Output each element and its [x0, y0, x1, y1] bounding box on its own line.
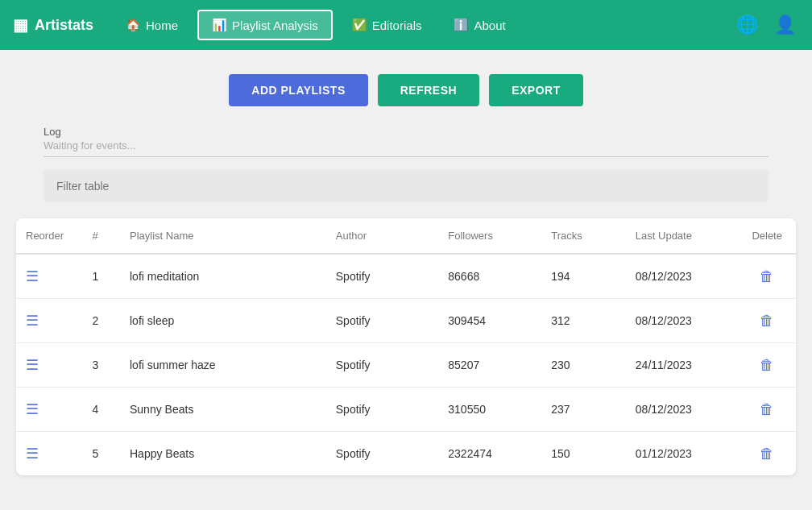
col-header-name: Playlist Name — [120, 218, 326, 254]
table-row: ☰ 5 Happy Beats Spotify 2322474 150 01/1… — [16, 432, 796, 476]
playlist-table: Reorder # Playlist Name Author Followers… — [16, 218, 796, 475]
export-button[interactable]: EXPORT — [489, 74, 583, 106]
nav-playlist-label: Playlist Analysis — [232, 19, 318, 32]
delete-button[interactable]: 🗑 — [760, 401, 774, 417]
log-label: Log — [44, 126, 768, 138]
row-last-update: 01/12/2023 — [626, 432, 739, 476]
row-author: Spotify — [326, 343, 439, 388]
main-content: ADD PLAYLISTS REFRESH EXPORT Log Waiting… — [0, 50, 812, 491]
reorder-handle[interactable]: ☰ — [26, 357, 39, 373]
table-row: ☰ 3 lofi summer haze Spotify 85207 230 2… — [16, 343, 796, 388]
row-tracks: 150 — [541, 432, 626, 476]
row-author: Spotify — [326, 432, 439, 476]
reorder-handle[interactable]: ☰ — [26, 446, 39, 462]
about-icon: ℹ️ — [454, 18, 469, 32]
brand: ▦ Artistats — [13, 15, 93, 35]
brand-icon: ▦ — [13, 15, 28, 35]
row-playlist-name: Happy Beats — [120, 432, 326, 476]
row-last-update: 08/12/2023 — [626, 388, 739, 432]
row-last-update: 08/12/2023 — [626, 299, 739, 343]
row-tracks: 312 — [541, 299, 626, 343]
filter-input[interactable] — [44, 170, 768, 202]
col-header-last-update: Last Update — [626, 218, 739, 254]
row-num: 5 — [83, 432, 121, 476]
row-playlist-name: lofi summer haze — [120, 343, 326, 388]
row-num: 4 — [83, 388, 121, 432]
col-header-delete: Delete — [738, 218, 796, 254]
col-header-reorder: Reorder — [16, 218, 83, 254]
reorder-handle[interactable]: ☰ — [26, 401, 39, 417]
nav-about[interactable]: ℹ️ About — [441, 11, 518, 39]
refresh-button[interactable]: REFRESH — [378, 74, 479, 106]
col-header-followers: Followers — [438, 218, 541, 254]
row-tracks: 230 — [541, 343, 626, 388]
row-num: 1 — [83, 254, 121, 299]
playlist-table-card: Reorder # Playlist Name Author Followers… — [16, 218, 796, 475]
nav-home[interactable]: 🏠 Home — [113, 11, 191, 39]
table-row: ☰ 1 lofi meditation Spotify 86668 194 08… — [16, 254, 796, 299]
delete-button[interactable]: 🗑 — [760, 313, 774, 329]
row-author: Spotify — [326, 388, 439, 432]
editorials-icon: ✅ — [352, 18, 367, 32]
toolbar: ADD PLAYLISTS REFRESH EXPORT — [16, 74, 796, 106]
row-num: 2 — [83, 299, 121, 343]
nav-about-label: About — [474, 19, 505, 32]
navbar-right: 🌐 👤 — [733, 11, 799, 39]
add-playlists-button[interactable]: ADD PLAYLISTS — [229, 74, 367, 106]
col-header-tracks: Tracks — [541, 218, 626, 254]
row-last-update: 24/11/2023 — [626, 343, 739, 388]
nav-home-label: Home — [146, 19, 178, 32]
col-header-author: Author — [326, 218, 439, 254]
delete-button[interactable]: 🗑 — [760, 357, 774, 373]
row-tracks: 237 — [541, 388, 626, 432]
table-row: ☰ 2 lofi sleep Spotify 309454 312 08/12/… — [16, 299, 796, 343]
nav-playlist-analysis[interactable]: 📊 Playlist Analysis — [197, 10, 333, 40]
playlist-icon: 📊 — [212, 18, 227, 32]
row-followers: 310550 — [438, 388, 541, 432]
row-tracks: 194 — [541, 254, 626, 299]
row-last-update: 08/12/2023 — [626, 254, 739, 299]
row-playlist-name: Sunny Beats — [120, 388, 326, 432]
row-author: Spotify — [326, 254, 439, 299]
col-header-num: # — [83, 218, 121, 254]
globe-icon[interactable]: 🌐 — [733, 11, 761, 39]
row-playlist-name: lofi sleep — [120, 299, 326, 343]
navbar: ▦ Artistats 🏠 Home 📊 Playlist Analysis ✅… — [0, 0, 812, 50]
brand-title: Artistats — [35, 17, 93, 34]
row-author: Spotify — [326, 299, 439, 343]
table-body: ☰ 1 lofi meditation Spotify 86668 194 08… — [16, 254, 796, 475]
reorder-handle[interactable]: ☰ — [26, 313, 39, 329]
home-icon: 🏠 — [126, 18, 141, 32]
filter-section — [44, 170, 768, 202]
row-followers: 86668 — [438, 254, 541, 299]
table-row: ☰ 4 Sunny Beats Spotify 310550 237 08/12… — [16, 388, 796, 432]
reorder-handle[interactable]: ☰ — [26, 268, 39, 284]
row-followers: 85207 — [438, 343, 541, 388]
delete-button[interactable]: 🗑 — [760, 446, 774, 462]
delete-button[interactable]: 🗑 — [760, 268, 774, 284]
log-section: Log Waiting for events... — [44, 126, 768, 157]
row-followers: 309454 — [438, 299, 541, 343]
nav-editorials[interactable]: ✅ Editorials — [339, 11, 435, 39]
row-followers: 2322474 — [438, 432, 541, 476]
log-text: Waiting for events... — [44, 139, 768, 157]
row-num: 3 — [83, 343, 121, 388]
user-icon[interactable]: 👤 — [771, 11, 799, 39]
row-playlist-name: lofi meditation — [120, 254, 326, 299]
nav-editorials-label: Editorials — [372, 19, 422, 32]
table-header: Reorder # Playlist Name Author Followers… — [16, 218, 796, 254]
